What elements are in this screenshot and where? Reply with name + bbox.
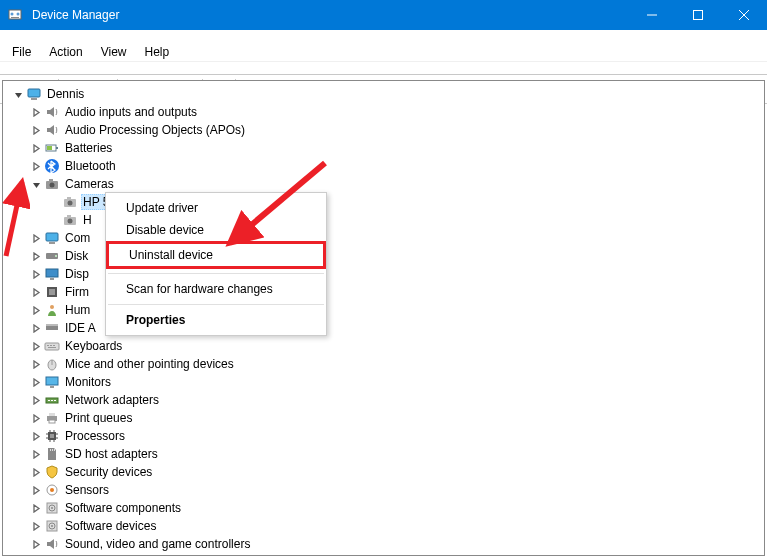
computer-icon	[43, 230, 61, 246]
expand-toggle[interactable]	[29, 465, 43, 479]
context-separator	[108, 273, 324, 274]
tree-label: Bluetooth	[63, 159, 118, 173]
tree-label: Dennis	[45, 87, 86, 101]
tree-label: Audio Processing Objects (APOs)	[63, 123, 247, 137]
context-item-properties[interactable]: Properties	[106, 309, 326, 331]
expand-toggle[interactable]	[29, 339, 43, 353]
tree-category[interactable]: Processors	[7, 427, 760, 445]
tree-category[interactable]: Batteries	[7, 139, 760, 157]
menu-bar: FileActionViewHelp	[0, 42, 767, 62]
tree-category[interactable]: Mice and other pointing devices	[7, 355, 760, 373]
expand-toggle[interactable]	[29, 303, 43, 317]
tree-category[interactable]: Keyboards	[7, 337, 760, 355]
ide-icon	[43, 320, 61, 336]
context-separator	[108, 304, 324, 305]
context-menu: Update driverDisable deviceUninstall dev…	[105, 192, 327, 336]
expand-toggle[interactable]	[29, 285, 43, 299]
expand-toggle[interactable]	[29, 249, 43, 263]
tree-category[interactable]: Software components	[7, 499, 760, 517]
printer-icon	[43, 410, 61, 426]
expand-toggle[interactable]	[29, 159, 43, 173]
hid-icon	[43, 302, 61, 318]
expand-toggle[interactable]	[29, 231, 43, 245]
tree-category[interactable]: Monitors	[7, 373, 760, 391]
audio-icon	[43, 104, 61, 120]
sensor-icon	[43, 482, 61, 498]
svg-rect-71	[694, 11, 703, 20]
camera-icon	[43, 176, 61, 192]
expand-toggle[interactable]	[29, 429, 43, 443]
tree-category[interactable]: Network adapters	[7, 391, 760, 409]
tree-label: Network adapters	[63, 393, 161, 407]
maximize-button[interactable]	[675, 0, 721, 30]
minimize-button[interactable]	[629, 0, 675, 30]
context-item-uninstall-device[interactable]: Uninstall device	[106, 241, 326, 269]
window-title: Device Manager	[30, 8, 629, 22]
tree-label: Sensors	[63, 483, 111, 497]
tree-category[interactable]: Audio Processing Objects (APOs)	[7, 121, 760, 139]
context-item-update-driver[interactable]: Update driver	[106, 197, 326, 219]
expand-toggle[interactable]	[47, 195, 61, 209]
tree-label: Monitors	[63, 375, 113, 389]
software-icon	[43, 518, 61, 534]
tree-category[interactable]: SD host adapters	[7, 445, 760, 463]
tree-category[interactable]: Sensors	[7, 481, 760, 499]
tree-label: Software devices	[63, 519, 158, 533]
software-icon	[43, 500, 61, 516]
tree-label: Processors	[63, 429, 127, 443]
tree-label: SD host adapters	[63, 447, 160, 461]
tree-category[interactable]: Print queues	[7, 409, 760, 427]
menu-view[interactable]: View	[93, 44, 135, 60]
menu-action[interactable]: Action	[41, 44, 90, 60]
tree-label: Disp	[63, 267, 91, 281]
expand-toggle[interactable]	[47, 213, 61, 227]
tree-label: IDE A	[63, 321, 98, 335]
expand-toggle[interactable]	[29, 105, 43, 119]
tree-label: Keyboards	[63, 339, 124, 353]
audio-icon	[43, 536, 61, 552]
tree-category[interactable]: Bluetooth	[7, 157, 760, 175]
tree-label: Mice and other pointing devices	[63, 357, 236, 371]
tree-label: Software components	[63, 501, 183, 515]
mouse-icon	[43, 356, 61, 372]
tree-label: Audio inputs and outputs	[63, 105, 199, 119]
expand-toggle[interactable]	[29, 321, 43, 335]
expand-toggle[interactable]	[29, 141, 43, 155]
expand-toggle[interactable]	[29, 519, 43, 533]
expand-toggle[interactable]	[29, 267, 43, 281]
tree-label: Sound, video and game controllers	[63, 537, 252, 551]
context-item-scan-for-hardware-changes[interactable]: Scan for hardware changes	[106, 278, 326, 300]
menu-help[interactable]: Help	[137, 44, 178, 60]
expand-toggle[interactable]	[29, 483, 43, 497]
menu-file[interactable]: File	[4, 44, 39, 60]
tree-label: Print queues	[63, 411, 134, 425]
expand-toggle[interactable]	[29, 411, 43, 425]
expand-toggle[interactable]	[29, 501, 43, 515]
expand-toggle[interactable]	[29, 123, 43, 137]
tree-label: Disk	[63, 249, 90, 263]
network-icon	[43, 392, 61, 408]
app-icon	[0, 7, 30, 23]
tree-label: Hum	[63, 303, 92, 317]
disk-icon	[43, 248, 61, 264]
expand-toggle[interactable]	[29, 447, 43, 461]
firmware-icon	[43, 284, 61, 300]
tree-category[interactable]: Cameras	[7, 175, 760, 193]
expand-toggle[interactable]	[29, 393, 43, 407]
close-button[interactable]	[721, 0, 767, 30]
tree-category[interactable]: Security devices	[7, 463, 760, 481]
expand-toggle[interactable]	[29, 375, 43, 389]
expand-toggle[interactable]	[11, 87, 25, 101]
tree-label: Batteries	[63, 141, 114, 155]
expand-toggle[interactable]	[29, 357, 43, 371]
tree-root[interactable]: Dennis	[7, 85, 760, 103]
tree-category[interactable]: Sound, video and game controllers	[7, 535, 760, 553]
camera-dev-icon	[61, 194, 79, 210]
context-item-disable-device[interactable]: Disable device	[106, 219, 326, 241]
processor-icon	[43, 428, 61, 444]
sd-icon	[43, 446, 61, 462]
expand-toggle[interactable]	[29, 537, 43, 551]
expand-toggle[interactable]	[29, 177, 43, 191]
tree-category[interactable]: Software devices	[7, 517, 760, 535]
tree-category[interactable]: Audio inputs and outputs	[7, 103, 760, 121]
